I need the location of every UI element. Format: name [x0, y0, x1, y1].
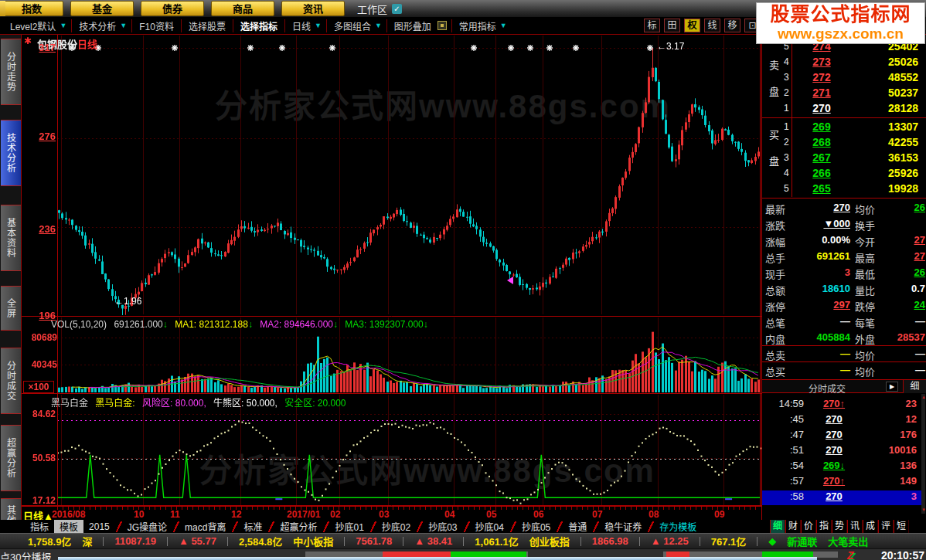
level: 2	[784, 137, 795, 148]
line-tool-button[interactable]: 线	[704, 19, 720, 32]
minitab-review[interactable]: 评	[878, 520, 894, 533]
tab-normal[interactable]: 普通	[563, 520, 592, 533]
tick-row-selected[interactable]: :582703	[762, 490, 922, 505]
cyb-turnover[interactable]: 1,061.1亿	[475, 534, 518, 548]
menu-news-button[interactable]: 资讯	[281, 1, 345, 16]
tick-tab-partial[interactable]: 细	[903, 380, 926, 393]
sidebar-item-fundamental[interactable]: 基本资料	[1, 205, 21, 271]
minitab-finance[interactable]: 财	[785, 520, 801, 533]
minitab-short[interactable]: 短	[894, 520, 909, 533]
partial-menu-button[interactable]	[0, 1, 5, 16]
sidebar-item-tick-trades[interactable]: 分时成交	[1, 348, 21, 414]
tick-row[interactable]: :5127010016	[762, 444, 922, 459]
chevron-down-icon[interactable]: ▼	[375, 22, 382, 29]
news-ticker[interactable]: 点30分播报	[0, 549, 51, 560]
scrollbar[interactable]	[921, 394, 925, 514]
play-icon[interactable]: ▶	[886, 382, 898, 392]
tick-row[interactable]: :47270176	[762, 429, 922, 443]
tab-2015[interactable]: 2015	[83, 521, 115, 532]
select-indicator-button[interactable]: 选择指标	[238, 19, 280, 32]
buy-row-2[interactable]: 226842255	[762, 135, 926, 151]
tab-template[interactable]: 模板	[54, 520, 83, 533]
tab-dip05[interactable]: 抄底05	[516, 520, 556, 533]
buy-volume: 42255	[844, 136, 918, 148]
minitab-deals[interactable]: 成	[863, 520, 878, 533]
tab-dip01[interactable]: 抄底01	[329, 520, 369, 533]
buy-price[interactable]: 269	[802, 120, 841, 133]
tick-row[interactable]: :54269↓136	[762, 460, 922, 474]
buy-row-4[interactable]: 426625926	[762, 166, 926, 182]
tech-analysis-button[interactable]: 技术分析	[77, 19, 118, 32]
tab-jg[interactable]: JG操盘论	[122, 520, 172, 533]
sell-row-3[interactable]: 327248552	[762, 70, 926, 86]
period-daily-button[interactable]: 日线	[290, 19, 313, 32]
candlestick-chart-canvas[interactable]	[22, 35, 761, 506]
workspace-check-icon[interactable]: ✓	[392, 4, 402, 14]
buy-row-1[interactable]: 126913307	[762, 120, 926, 135]
tab-superwin[interactable]: 超赢分析	[274, 520, 322, 533]
menu-index-button[interactable]: 指数	[0, 1, 63, 16]
tab-standard[interactable]: 标准	[238, 520, 267, 533]
minitab-price[interactable]: 价	[801, 520, 816, 533]
tab-dip04[interactable]: 抄底04	[470, 520, 509, 533]
zxb-turnover[interactable]: 2,584.8亿	[239, 534, 282, 548]
buy-price[interactable]: 267	[802, 151, 841, 164]
chevron-down-icon[interactable]: ▼	[60, 22, 66, 29]
minitab-trend[interactable]: 势	[832, 520, 847, 533]
chevron-down-icon[interactable]: ▼	[500, 22, 507, 29]
save-template-tab[interactable]: 存为模板	[654, 520, 702, 533]
zxb-index-name[interactable]: 中小板指	[293, 534, 333, 548]
tab-wenniu[interactable]: 稳牛证券	[599, 520, 647, 533]
sidebar-item-fullscreen[interactable]: 全屏	[1, 286, 21, 331]
sidebar-item-superwin[interactable]: 超赢分析	[1, 425, 21, 491]
buy-row-3[interactable]: 326736153	[762, 151, 926, 166]
cyb-index-name[interactable]: 创业板指	[529, 534, 570, 548]
sz-index-name[interactable]: 深	[82, 534, 92, 548]
minitab-news[interactable]: 讯	[847, 520, 863, 533]
minitab-detail[interactable]: 细	[770, 520, 785, 533]
select-stock-button[interactable]: 选择股票	[186, 19, 228, 32]
buy-row-5[interactable]: 526519928	[762, 182, 926, 197]
overlay-button[interactable]: 图形叠加	[392, 19, 434, 32]
chevron-down-icon[interactable]: ▼	[315, 22, 322, 29]
buy-price[interactable]: 266	[802, 167, 841, 179]
workspace-label[interactable]: 工作区	[357, 2, 387, 16]
sell-price[interactable]: 270	[802, 102, 841, 114]
grid-tool-button[interactable]: 田	[664, 19, 680, 32]
menu-bond-button[interactable]: 债券	[141, 1, 204, 16]
scroll-down-icon[interactable]: ▼	[921, 507, 926, 512]
menu-commodity-button[interactable]: 商品	[211, 1, 274, 16]
tab-indicator[interactable]: 指标	[25, 520, 54, 533]
f10-info-button[interactable]: F10资料	[137, 19, 176, 32]
tab-dip02[interactable]: 抄底02	[376, 520, 416, 533]
sell-row-1[interactable]: 127028128	[762, 101, 926, 117]
adjust-rights-button[interactable]: 权	[684, 19, 700, 32]
sidebar-item-technical[interactable]: 技术分析	[1, 120, 21, 186]
tick-row[interactable]: 14:59270↑23	[762, 398, 922, 412]
sell-price[interactable]: 272	[802, 71, 841, 83]
alert-stock-name[interactable]: 新通联	[787, 534, 817, 548]
scroll-up-icon[interactable]: ▲	[921, 395, 926, 399]
minitab-index[interactable]: 指	[816, 520, 832, 533]
sell-price[interactable]: 273	[802, 56, 841, 68]
common-indicators-button[interactable]: 常用指标	[457, 19, 499, 32]
buy-price[interactable]: 268	[802, 136, 841, 148]
tick-row[interactable]: :4527012	[762, 413, 922, 428]
sidebar-item-realtime[interactable]: 分时走势	[1, 39, 21, 105]
sell-price[interactable]: 271	[802, 87, 841, 99]
tab-macd[interactable]: macd背离	[179, 520, 231, 533]
lock-icon[interactable]	[437, 21, 447, 30]
buy-price[interactable]: 265	[802, 182, 841, 195]
toolbar-separator	[71, 19, 72, 32]
level2-preset-button[interactable]: Level2默认	[8, 19, 58, 32]
tab-dip03[interactable]: 抄底03	[423, 520, 462, 533]
sz-turnover[interactable]: 1,758.9亿	[28, 534, 71, 548]
sell-row-4[interactable]: 427325026	[762, 55, 926, 70]
multi-chart-button[interactable]: 多图组合	[332, 19, 373, 32]
move-tool-button[interactable]: 移	[724, 19, 740, 32]
sell-row-2[interactable]: 227150237	[762, 86, 926, 101]
mark-tool-button[interactable]: 标	[644, 19, 660, 32]
chevron-down-icon[interactable]: ▼	[120, 22, 127, 29]
tick-row[interactable]: :57270↑149	[762, 475, 922, 490]
menu-fund-button[interactable]: 基金	[70, 1, 134, 16]
